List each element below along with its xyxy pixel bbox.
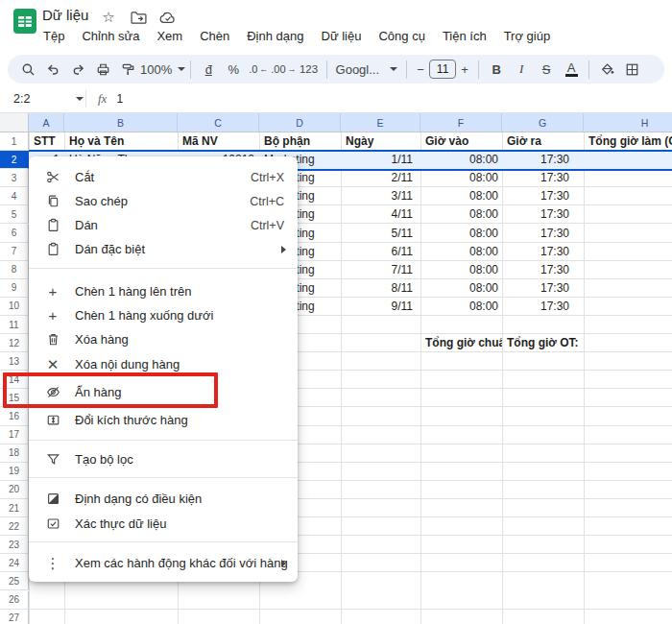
cloud-status-icon[interactable] [159, 10, 177, 25]
text-color-button[interactable]: A [559, 58, 584, 81]
menubar-item-help[interactable]: Trợ giúp [495, 26, 560, 46]
cell-G4[interactable]: 17:30 [502, 187, 584, 205]
name-box[interactable]: 2:2 [0, 92, 73, 106]
cell-G9[interactable]: 17:30 [502, 279, 584, 298]
row-header-18[interactable]: 18 [0, 444, 29, 463]
menu-item-data-validation[interactable]: Xác thực dữ liệu [29, 512, 298, 536]
menubar-item-format[interactable]: Định dạng [238, 26, 312, 46]
row-header-13[interactable]: 13 [0, 352, 29, 371]
menu-item-resize-row[interactable]: Đổi kích thước hàng [29, 408, 298, 432]
row-header-25[interactable]: 25 [0, 572, 29, 590]
row-header-1[interactable]: 1 [0, 132, 29, 151]
column-header-C[interactable]: C [178, 113, 259, 132]
cell-G7[interactable]: 17:30 [502, 243, 584, 261]
cell-F1[interactable]: Giờ vào [420, 132, 502, 151]
select-all-corner[interactable] [0, 113, 29, 132]
menu-item-delete-row[interactable]: Xóa hàng [29, 327, 298, 351]
redo-button[interactable] [65, 58, 90, 81]
menu-item-conditional-formatting[interactable]: Định dạng có điều kiện [29, 487, 298, 511]
star-icon[interactable]: ☆ [100, 10, 117, 25]
cell-E1[interactable]: Ngày [341, 132, 420, 151]
row-header-22[interactable]: 22 [0, 517, 29, 536]
column-header-H[interactable]: H [584, 113, 672, 132]
cell-F12[interactable]: Tổng giờ chuẩn: [420, 334, 502, 352]
column-header-E[interactable]: E [341, 113, 420, 132]
cell-H1[interactable]: Tổng giờ làm (G [584, 132, 672, 151]
menu-item-create-filter[interactable]: Tạo bộ lọc [29, 447, 298, 471]
undo-button[interactable] [40, 58, 65, 81]
menubar-item-data[interactable]: Dữ liệu [313, 26, 371, 46]
menubar-item-file[interactable]: Tệp [35, 26, 73, 46]
row-header-8[interactable]: 8 [0, 261, 29, 279]
strikethrough-button[interactable]: S [534, 58, 559, 81]
cell-F3[interactable]: 08:00 [420, 169, 502, 187]
menubar-item-insert[interactable]: Chèn [191, 26, 238, 46]
column-header-G[interactable]: G [502, 113, 584, 132]
decrease-decimals-button[interactable]: .0← [246, 58, 271, 81]
cell-F7[interactable]: 08:00 [420, 243, 502, 261]
menu-item-copy[interactable]: Sao chépCtrl+C [29, 189, 298, 213]
increase-font-size-button[interactable]: + [456, 58, 473, 81]
menu-item-insert-row-below[interactable]: +Chèn 1 hàng xuống dưới [29, 303, 298, 327]
cell-E9[interactable]: 8/11 [341, 279, 420, 298]
cell-A1[interactable]: STT [29, 132, 64, 151]
menubar-item-edit[interactable]: Chỉnh sửa [73, 26, 148, 46]
row-header-24[interactable]: 24 [0, 554, 29, 572]
cell-F2[interactable]: 08:00 [420, 151, 502, 169]
cell-G8[interactable]: 17:30 [502, 261, 584, 279]
formula-input[interactable]: 1 [116, 92, 123, 106]
cell-F6[interactable]: 08:00 [420, 225, 502, 243]
row-header-16[interactable]: 16 [0, 408, 29, 426]
cell-E2[interactable]: 1/11 [341, 151, 420, 169]
cell-G12[interactable]: Tổng giờ OT: [502, 334, 584, 352]
menubar-item-tools[interactable]: Công cụ [370, 26, 433, 46]
move-folder-icon[interactable] [130, 10, 147, 25]
menu-item-paste-special[interactable]: Dán đặc biệt [29, 237, 298, 261]
cell-F9[interactable]: 08:00 [420, 279, 502, 298]
menu-item-paste[interactable]: DánCtrl+V [29, 213, 298, 237]
row-header-20[interactable]: 20 [0, 481, 29, 499]
cell-E4[interactable]: 3/11 [341, 187, 420, 205]
cell-D1[interactable]: Bộ phận [259, 132, 341, 151]
search-icon[interactable] [15, 58, 40, 81]
row-header-2[interactable]: 2 [0, 151, 29, 169]
column-header-A[interactable]: A [29, 113, 64, 132]
cell-E6[interactable]: 5/11 [341, 225, 420, 243]
decrease-font-size-button[interactable]: − [412, 58, 429, 81]
cell-F8[interactable]: 08:00 [420, 261, 502, 279]
borders-button[interactable] [619, 58, 644, 81]
paint-format-button[interactable] [115, 58, 140, 81]
print-button[interactable] [90, 58, 115, 81]
row-header-19[interactable]: 19 [0, 463, 29, 481]
row-header-21[interactable]: 21 [0, 499, 29, 517]
row-header-9[interactable]: 9 [0, 279, 29, 298]
cell-G5[interactable]: 17:30 [502, 205, 584, 224]
document-title[interactable]: Dữ liệu [42, 7, 88, 23]
cell-E5[interactable]: 4/11 [341, 205, 420, 224]
italic-button[interactable]: I [509, 58, 534, 81]
increase-decimals-button[interactable]: .00→ [271, 58, 296, 81]
bold-button[interactable]: B [484, 58, 509, 81]
cell-G6[interactable]: 17:30 [502, 225, 584, 243]
row-header-10[interactable]: 10 [0, 298, 29, 316]
cell-G3[interactable]: 17:30 [502, 169, 584, 187]
row-header-27[interactable]: 27 [0, 610, 29, 624]
menu-item-more-row-actions[interactable]: ⋮Xem các hành động khác đối với hàng [29, 551, 298, 575]
cell-G10[interactable]: 17:30 [502, 298, 584, 316]
number-format-button[interactable]: 123 [297, 58, 322, 81]
row-header-11[interactable]: 11 [0, 316, 29, 334]
zoom-select[interactable]: 100% [140, 58, 185, 81]
cell-E10[interactable]: 9/11 [341, 298, 420, 316]
menubar-item-extensions[interactable]: Tiện ích [434, 26, 495, 46]
cell-G1[interactable]: Giờ ra [502, 132, 584, 151]
row-header-6[interactable]: 6 [0, 225, 29, 243]
row-header-26[interactable]: 26 [0, 591, 29, 610]
format-currency-button[interactable]: đ [196, 58, 221, 81]
font-size-input[interactable]: 11 [429, 60, 456, 79]
font-select[interactable]: Googl... [332, 58, 402, 81]
row-header-4[interactable]: 4 [0, 187, 29, 205]
cell-F5[interactable]: 08:00 [420, 205, 502, 224]
row-header-5[interactable]: 5 [0, 205, 29, 224]
menu-item-cut[interactable]: CắtCtrl+X [29, 165, 298, 189]
row-header-17[interactable]: 17 [0, 426, 29, 444]
